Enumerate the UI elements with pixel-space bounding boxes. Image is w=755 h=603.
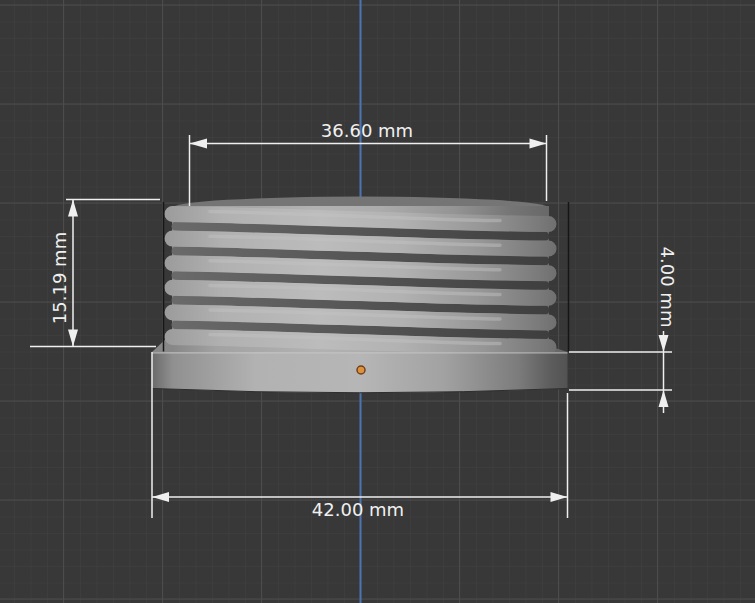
dimension-label-flange-diameter[interactable]: 42.00 mm (312, 499, 404, 520)
dimension-label-flange-thickness[interactable]: 4.00 mm (657, 247, 678, 328)
origin-point[interactable] (357, 366, 365, 374)
dimension-label-total-height[interactable]: 15.19 mm (49, 232, 70, 324)
viewport-canvas: 36.60 mm 15.19 mm 4.00 mm 42.00 mm (0, 0, 755, 603)
dimension-label-thread-diameter[interactable]: 36.60 mm (321, 120, 413, 141)
threaded-part[interactable] (152, 197, 569, 393)
cad-viewport[interactable]: 36.60 mm 15.19 mm 4.00 mm 42.00 mm (0, 0, 755, 603)
